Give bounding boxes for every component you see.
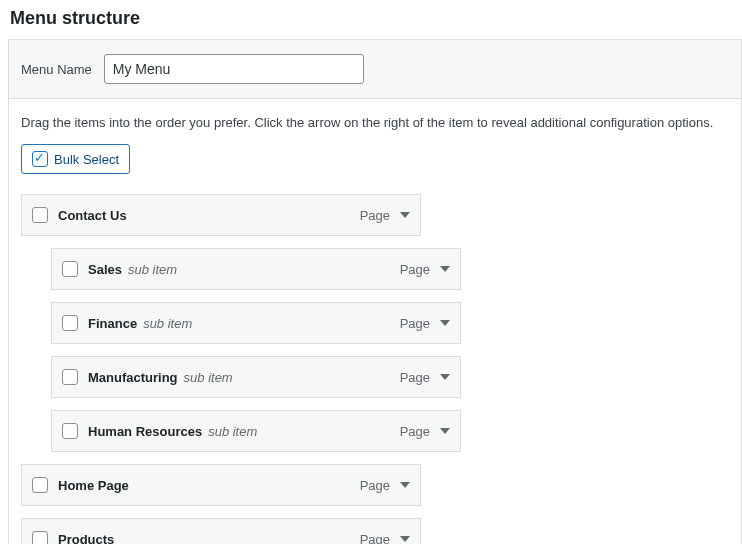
chevron-down-icon[interactable]: [440, 320, 450, 326]
menu-item[interactable]: Contact UsPage: [21, 194, 421, 236]
menu-item[interactable]: Human Resourcessub itemPage: [51, 410, 461, 452]
item-right: Page: [360, 478, 410, 493]
sub-item-badge: sub item: [128, 262, 177, 277]
item-checkbox[interactable]: [62, 369, 78, 385]
bulk-select-label: Bulk Select: [54, 152, 119, 167]
item-type-label: Page: [360, 478, 390, 493]
menu-item[interactable]: Salessub itemPage: [51, 248, 461, 290]
bulk-select-button[interactable]: Bulk Select: [21, 144, 130, 174]
item-right: Page: [400, 424, 450, 439]
item-right: Page: [360, 532, 410, 545]
item-checkbox[interactable]: [62, 423, 78, 439]
menu-item[interactable]: Home PagePage: [21, 464, 421, 506]
item-right: Page: [400, 262, 450, 277]
item-label: Home Page: [58, 478, 129, 493]
chevron-down-icon[interactable]: [440, 428, 450, 434]
sub-item-badge: sub item: [184, 370, 233, 385]
instructions-text: Drag the items into the order you prefer…: [21, 115, 729, 130]
menu-item[interactable]: Manufacturingsub itemPage: [51, 356, 461, 398]
item-checkbox[interactable]: [62, 261, 78, 277]
chevron-down-icon[interactable]: [440, 374, 450, 380]
page-title: Menu structure: [10, 8, 742, 29]
item-label: Sales: [88, 262, 122, 277]
item-checkbox[interactable]: [32, 477, 48, 493]
item-right: Page: [400, 316, 450, 331]
chevron-down-icon[interactable]: [400, 482, 410, 488]
menu-structure-panel: Menu Name Drag the items into the order …: [8, 39, 742, 544]
menu-name-label: Menu Name: [21, 62, 92, 77]
item-label: Manufacturing: [88, 370, 178, 385]
menu-name-row: Menu Name: [9, 40, 741, 99]
chevron-down-icon[interactable]: [400, 536, 410, 542]
item-type-label: Page: [400, 262, 430, 277]
item-label: Finance: [88, 316, 137, 331]
item-type-label: Page: [400, 424, 430, 439]
panel-body: Drag the items into the order you prefer…: [9, 99, 741, 544]
chevron-down-icon[interactable]: [440, 266, 450, 272]
item-right: Page: [400, 370, 450, 385]
item-type-label: Page: [360, 532, 390, 545]
item-right: Page: [360, 208, 410, 223]
menu-item[interactable]: Financesub itemPage: [51, 302, 461, 344]
item-checkbox[interactable]: [32, 207, 48, 223]
chevron-down-icon[interactable]: [400, 212, 410, 218]
item-label: Contact Us: [58, 208, 127, 223]
item-checkbox[interactable]: [62, 315, 78, 331]
menu-name-input[interactable]: [104, 54, 364, 84]
item-label: Human Resources: [88, 424, 202, 439]
check-icon: [32, 151, 48, 167]
item-label: Products: [58, 532, 114, 545]
item-type-label: Page: [400, 370, 430, 385]
item-type-label: Page: [360, 208, 390, 223]
menu-items-list: Contact UsPageSalessub itemPageFinancesu…: [21, 194, 729, 544]
item-checkbox[interactable]: [32, 531, 48, 544]
menu-item[interactable]: ProductsPage: [21, 518, 421, 544]
item-type-label: Page: [400, 316, 430, 331]
sub-item-badge: sub item: [208, 424, 257, 439]
sub-item-badge: sub item: [143, 316, 192, 331]
